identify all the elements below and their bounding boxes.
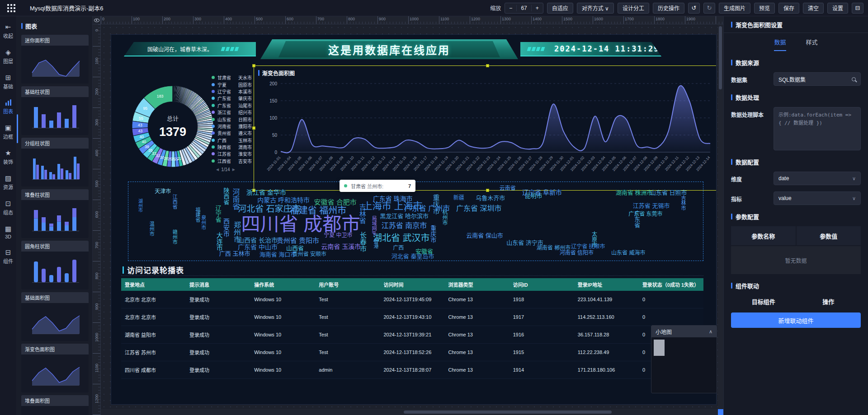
metric-select[interactable]: value ∨ — [774, 191, 861, 205]
zoom-out-button[interactable]: − — [505, 5, 516, 11]
wordcloud-word[interactable]: 云南省 — [500, 186, 516, 191]
ruler-corner[interactable] — [93, 16, 101, 24]
pager-next-icon[interactable]: ▶ — [232, 168, 235, 172]
wordcloud-word[interactable]: 广东省 广州市 — [405, 205, 450, 212]
minimap-body[interactable] — [651, 337, 717, 393]
minimap-collapse-icon[interactable]: ∧ — [709, 329, 712, 335]
selection-handle[interactable] — [252, 64, 255, 67]
wordcloud-word[interactable]: 内蒙古 呼和浩特市 — [257, 197, 310, 203]
dataset-select[interactable]: SQL数据集 — [774, 72, 861, 86]
widget-item-圆角柱状图[interactable]: 圆角柱状图 — [21, 241, 89, 289]
sidebar-item-收起[interactable]: ⇤收起 — [3, 23, 13, 39]
wordcloud-word[interactable]: 乌鲁木齐市 — [476, 195, 505, 201]
tab-样式[interactable]: 样式 — [806, 37, 818, 51]
wordcloud-word[interactable]: 湖南省 株洲市 — [616, 189, 653, 195]
widget-item-堆叠柱状图[interactable]: 堆叠柱状图 — [21, 189, 89, 238]
sidebar-item-基础[interactable]: ⊞基础 — [3, 74, 13, 90]
wordcloud-word[interactable]: 吉林省 — [359, 203, 366, 224]
dashboard-board[interactable]: 国破山河在，城春草木深。 这是用数据库在线应用 2024-12-14 11:31… — [111, 34, 717, 405]
wordcloud-word[interactable]: 温州市 — [149, 222, 154, 237]
wordcloud-word[interactable]: 云南省 保山市 — [466, 233, 503, 238]
table-row[interactable]: 北京市 北京市登录成功Windows 10Test2024-12-13T19:4… — [121, 291, 703, 308]
wordcloud-word[interactable]: 海南省 海口市 — [259, 252, 297, 257]
wordcloud-word[interactable]: 广西 — [393, 245, 404, 251]
wordcloud-word[interactable]: 广东省 珠海市 — [373, 196, 413, 202]
wordcloud-word[interactable]: 广东省 — [634, 210, 640, 228]
gradient-area-chart-component[interactable]: 渐变色面积图 0501001502002024-11-012024-11-042… — [254, 65, 717, 191]
widget-item-渐变色面积图[interactable]: 渐变色面积图 — [21, 344, 89, 392]
apps-grid-icon[interactable] — [7, 4, 15, 12]
zoom-in-button[interactable]: + — [532, 5, 543, 11]
horizontal-scrollbar-thumb[interactable] — [404, 410, 612, 414]
wordcloud-component[interactable]: 四川省 成都市河北省 石家庄市福建省 福州市内蒙古 呼和浩特市安徽省 合肥市浙江… — [128, 182, 703, 261]
topbar-action-清空[interactable]: 清空 — [803, 3, 824, 14]
add-linkage-button[interactable]: 新增联动组件 — [731, 312, 861, 328]
wordcloud-word[interactable]: 云南省 玉溪市 — [321, 243, 361, 250]
canvas-body[interactable]: 国破山河在，城春草木深。 这是用数据库在线应用 2024-12-14 11:31… — [101, 24, 718, 409]
wordcloud-word[interactable]: 广东省 深圳市 — [456, 205, 501, 212]
wordcloud-word[interactable]: 贵州省 贵阳市 — [277, 237, 319, 243]
topbar-button-设计分工[interactable]: 设计分工 — [618, 3, 649, 14]
vertical-scrollbar[interactable] — [718, 24, 723, 409]
tab-数据[interactable]: 数据 — [774, 37, 786, 51]
wordcloud-word[interactable]: 黑龙江省 哈尔滨市 — [380, 213, 429, 219]
wordcloud-word[interactable]: 辽宁省 阜新市 — [522, 189, 562, 196]
widget-panel-scrollbar[interactable] — [17, 114, 18, 143]
wordcloud-word[interactable]: 大连市 — [216, 232, 222, 251]
wordcloud-word[interactable]: 吉林市 — [680, 196, 685, 210]
topbar-button-自适应[interactable]: 自适应 — [547, 3, 573, 14]
zoom-value[interactable]: 67 — [516, 5, 531, 11]
table-row[interactable]: 湖南省 益阳市登录成功Windows 10Test2024-12-13T19:3… — [121, 326, 703, 344]
widget-item-堆叠面积图[interactable]: 堆叠面积图 — [21, 395, 89, 415]
wordcloud-word[interactable]: 辽宁省 抚顺市 — [571, 244, 605, 249]
sidebar-item-组态[interactable]: ⊡组态 — [3, 200, 13, 216]
board-banner-center[interactable]: 这是用数据库在线应用 — [260, 39, 518, 59]
topbar-button-历史操作[interactable]: 历史操作 — [653, 3, 684, 14]
vertical-scrollbar-thumb[interactable] — [719, 26, 722, 89]
pager-prev-icon[interactable]: ◀ — [216, 168, 219, 172]
wordcloud-word[interactable]: 福建省 — [195, 208, 200, 223]
topbar-button-对齐方式[interactable]: 对齐方式 ∨ — [577, 3, 614, 14]
widget-item-基础柱状图[interactable]: 基础柱状图 — [21, 86, 89, 135]
wordcloud-word[interactable]: 陕西省 — [223, 187, 229, 205]
wordcloud-word[interactable]: 山西省 — [286, 245, 304, 251]
wordcloud-word[interactable]: 山东省 日照市 — [650, 189, 687, 195]
wordcloud-word[interactable]: 天津市 — [155, 189, 171, 194]
panel-toggle-button[interactable]: ⊟ — [852, 3, 863, 14]
wordcloud-word[interactable]: 泉州市 — [201, 215, 206, 230]
wordcloud-word[interactable]: 湖州市 — [137, 199, 142, 212]
wordcloud-word[interactable]: 西安市 — [223, 218, 229, 237]
board-banner-left[interactable]: 国破山河在，城春草木深。 — [124, 42, 256, 56]
minimap-viewport[interactable] — [654, 340, 665, 356]
topbar-action-保存[interactable]: 保存 — [778, 3, 799, 14]
wordcloud-word[interactable]: 香港 — [373, 238, 378, 248]
horizontal-scrollbar[interactable] — [101, 409, 718, 415]
table-row[interactable]: 四川省 成都市登录成功Windows 10admin2024-12-13T18:… — [121, 361, 703, 379]
topbar-action-设置[interactable]: 设置 — [827, 3, 848, 14]
wordcloud-word[interactable]: 广东省 中山市 — [238, 244, 278, 250]
widget-item-迷你面积图[interactable]: 迷你面积图 — [21, 35, 89, 84]
table-row[interactable]: 北京市 北京市登录成功Windows 10Test2024-12-13T19:4… — [121, 308, 703, 326]
wordcloud-word[interactable]: 安徽省 — [415, 248, 433, 254]
wordcloud-word[interactable]: 河南省 — [231, 188, 239, 210]
redo-button[interactable]: ↻ — [703, 3, 715, 14]
wordcloud-word[interactable]: 辽宁省 — [215, 205, 221, 222]
wordcloud-word[interactable]: 安徽省 合肥市 — [314, 198, 356, 205]
wordcloud-word[interactable]: 局域网IP — [371, 216, 376, 236]
topbar-action-预览[interactable]: 预览 — [754, 3, 775, 14]
sidebar-item-组件[interactable]: ⊟组件 — [3, 249, 13, 265]
wordcloud-word[interactable]: 江苏省 南京市 — [382, 222, 427, 229]
wordcloud-word[interactable]: 四川省 成都市 — [241, 215, 360, 234]
wordcloud-word[interactable]: 江苏省 无锡市 — [633, 203, 670, 209]
wordcloud-word[interactable]: 山东省 威海市 — [611, 250, 645, 256]
minimap-header[interactable]: 小地图 ∧ — [651, 326, 717, 337]
undo-button[interactable]: ↺ — [688, 3, 700, 14]
widget-item-分组柱状图[interactable]: 分组柱状图 — [21, 138, 89, 187]
selection-handle[interactable] — [486, 64, 489, 67]
sidebar-item-资源[interactable]: ▨资源 — [3, 175, 13, 191]
donut-slice[interactable] — [173, 86, 173, 102]
topbar-action-生成图片[interactable]: 生成图片 — [719, 3, 750, 14]
wordcloud-word[interactable]: 福建省 福州市 — [290, 206, 347, 215]
wordcloud-word[interactable]: 浙江省 金华市 — [246, 189, 286, 196]
wordcloud-word[interactable]: 赣州市 — [172, 229, 177, 244]
